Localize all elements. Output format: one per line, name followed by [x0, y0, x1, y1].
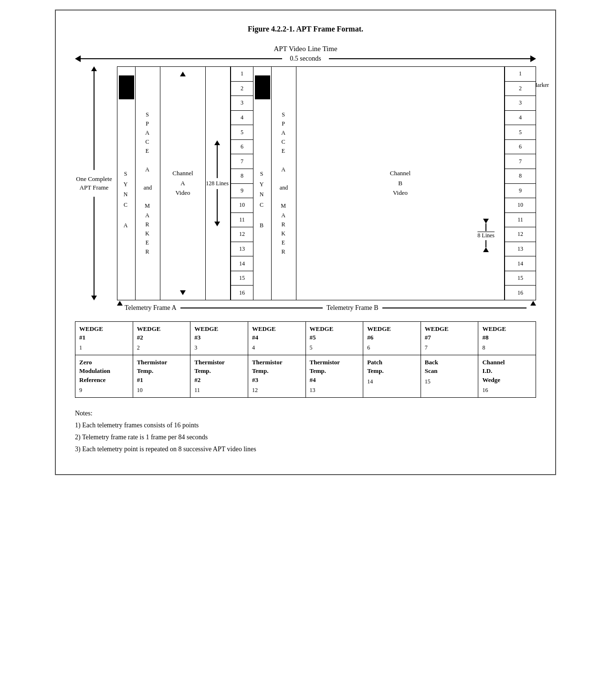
wedge-cell-header: Back Scan — [425, 358, 474, 375]
wedge-cell-1-5: Patch Temp.14 — [363, 355, 421, 397]
figure-title: Figure 4.2.2-1. APT Frame Format. — [75, 25, 536, 33]
channel-a-col: ChannelAVideo — [160, 67, 206, 300]
wedge-cell-header: WEDGE #6 — [367, 325, 417, 342]
line-cell: 12 — [505, 227, 536, 242]
sync-a-black-rect — [119, 75, 134, 99]
wedge-cell-header: WEDGE #4 — [252, 325, 302, 342]
vertical-line — [94, 71, 95, 170]
wedge-cell-1-6: Back Scan15 — [421, 355, 478, 397]
lines-128-section: 128 Lines 12345678910111213141516 — [206, 67, 253, 300]
line-cell: 7 — [231, 154, 253, 169]
wedge-cell-0-6: WEDGE #77 — [421, 322, 478, 355]
space-b-label: SPACEAandMARKER — [280, 110, 288, 257]
line-cell: 15 — [231, 271, 253, 286]
wedge-cell-number: 8 — [482, 344, 532, 352]
line-cell: 6 — [505, 140, 536, 155]
main-diagram: One Complete APT Frame SYNCA SPACEAandMA… — [75, 66, 536, 300]
wedge-cell-header: Zero Modulation Reference — [79, 358, 129, 384]
wedge-cell-header: Channel I.D. Wedge — [482, 358, 532, 384]
up-arrow-icon — [530, 301, 536, 306]
wedge-cell-header: Thermistor Temp. #1 — [137, 358, 187, 384]
channel-b-label: ChannelBVideo — [390, 169, 411, 198]
wedge-cell-number: 16 — [482, 386, 532, 394]
main-frame-box: SYNCA SPACEAandMARKER ChannelAVideo — [117, 66, 536, 300]
wedge-cell-0-7: WEDGE #88 — [478, 322, 536, 355]
down-arrow-icon — [483, 219, 489, 223]
wedge-cell-1-7: Channel I.D. Wedge16 — [478, 355, 536, 397]
line-cell: 4 — [505, 111, 536, 126]
telem-a-arrow — [117, 301, 123, 306]
vertical-line-2 — [94, 197, 95, 296]
space-b-col: SPACEAandMARKER — [272, 67, 296, 300]
lines-128-label-area: 128 Lines — [206, 137, 229, 230]
line-cell: 16 — [505, 286, 536, 300]
sync-b-label: SYNCB — [260, 169, 265, 231]
line-cell: 2 — [231, 82, 253, 96]
eight-lines-annotation: 8 Lines — [477, 219, 495, 252]
up-arrow-icon — [483, 247, 489, 252]
vert-line-2 — [485, 240, 486, 248]
line-cell: 11 — [505, 213, 536, 228]
wedge-cell-0-4: WEDGE #55 — [306, 322, 363, 355]
line-cell: 4 — [231, 111, 253, 126]
channel-a-arrow-bottom — [180, 290, 186, 295]
line-cell: 9 — [505, 184, 536, 199]
line-cell: 14 — [505, 256, 536, 271]
line-cell: 3 — [231, 96, 253, 111]
line-cell: 13 — [505, 242, 536, 257]
sync-a-col: SYNCA — [117, 67, 136, 300]
line-numbers-grid: 12345678910111213141516 — [230, 67, 253, 300]
arrow-line — [81, 58, 282, 59]
vert-line-2 — [217, 189, 218, 222]
line-cell: 6 — [231, 140, 253, 155]
arrow-left-icon — [75, 55, 81, 62]
telem-b-label-area: Telemetry Frame B — [327, 304, 536, 312]
wedge-cell-header: Thermistor Temp. #3 — [252, 358, 302, 384]
wedge-table: WEDGE #11WEDGE #22WEDGE #33WEDGE #44WEDG… — [75, 321, 536, 398]
wedge-cell-header: WEDGE #7 — [425, 325, 474, 342]
page: Figure 4.2.2-1. APT Frame Format. APT Vi… — [55, 10, 556, 475]
arrow-line-right — [329, 58, 530, 59]
wedge-cell-header: WEDGE #1 — [79, 325, 129, 342]
wedge-cell-header: Patch Temp. — [367, 358, 417, 375]
space-a-label: SPACEAandMARKER — [144, 110, 152, 257]
arrow-right-icon — [530, 55, 536, 62]
line-grid-a: 12345678910111213141516 — [231, 67, 253, 300]
wedge-cell-1-2: Thermistor Temp. #211 — [190, 355, 248, 397]
telem-b-grid-col: 12345678910111213141516 — [505, 67, 536, 300]
notes-section: Notes: 1) Each telemetry frames consists… — [75, 407, 536, 456]
wedge-cell-header: Thermistor Temp. #4 — [310, 358, 359, 384]
line-cell: 15 — [505, 271, 536, 286]
sync-b-black-rect — [255, 75, 270, 99]
wedge-cell-number: 2 — [137, 344, 187, 352]
down-arrow-icon — [180, 290, 186, 295]
wedge-cell-number: 15 — [425, 378, 474, 386]
line-cell: 10 — [505, 198, 536, 213]
wedge-cell-0-0: WEDGE #11 — [75, 322, 133, 355]
line-cell: 5 — [231, 125, 253, 140]
wedge-cell-0-1: WEDGE #22 — [133, 322, 190, 355]
eight-lines-arrow: 8 Lines — [477, 219, 495, 252]
wedge-cell-0-5: WEDGE #66 — [363, 322, 421, 355]
line-cell: 1 — [231, 67, 253, 82]
telem-a-line — [180, 308, 323, 308]
wedge-cell-number: 4 — [252, 344, 302, 352]
wedge-cell-number: 13 — [310, 386, 359, 394]
wedge-cell-1-3: Thermistor Temp. #312 — [248, 355, 306, 397]
line-cell: 2 — [505, 82, 536, 96]
telem-frame-a-label: Telemetry Frame A — [125, 304, 177, 312]
wedge-cell-number: 6 — [367, 344, 417, 352]
wedge-cell-number: 7 — [425, 344, 474, 352]
telem-a-label-area: Telemetry Frame A — [117, 304, 327, 312]
up-arrow-icon — [91, 66, 97, 71]
wedge-cell-number: 10 — [137, 386, 187, 394]
line-cell: 16 — [231, 286, 253, 300]
telem-frame-b-label: Telemetry Frame B — [327, 304, 379, 312]
sync-a-label: SYNCA — [124, 169, 129, 231]
telem-b-line — [382, 308, 527, 308]
line-cell: 12 — [231, 227, 253, 242]
up-arrow-icon — [214, 140, 220, 145]
notes-title: Notes: — [75, 407, 536, 419]
wedge-cell-header: WEDGE #8 — [482, 325, 532, 342]
wedge-cell-number: 3 — [194, 344, 244, 352]
